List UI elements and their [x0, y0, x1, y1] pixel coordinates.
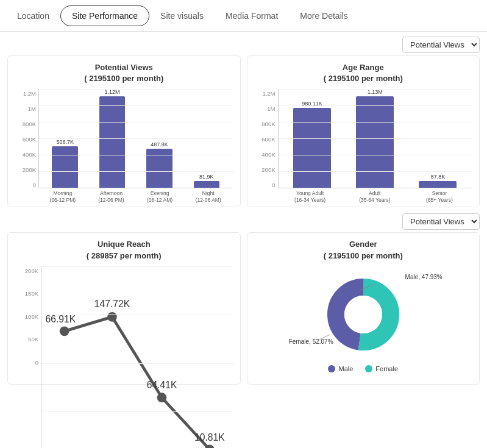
y-label: 1M	[28, 105, 36, 112]
gender-chart: Gender ( 2195100 per month)	[247, 232, 480, 384]
y-label: 1.2M	[23, 90, 36, 97]
bar-senior	[419, 181, 457, 188]
tab-media-format[interactable]: Media Format	[215, 6, 289, 26]
svg-line-1	[318, 335, 330, 341]
age-range-title: Age Range ( 2195100 per month)	[255, 62, 472, 84]
bar-group-afternoon: 1.12M	[88, 89, 135, 188]
navigation: Location Site Performance Site visuals M…	[0, 0, 487, 32]
bar-morning	[52, 146, 78, 188]
x-label-young-adult: Young Adult(16-34 Years)	[278, 190, 343, 202]
unique-reach-chart: Unique Reach ( 289857 per month) 200K 15…	[7, 232, 241, 384]
bar-group-evening: 487.8K	[136, 89, 183, 188]
bar-afternoon	[99, 96, 126, 188]
tab-location[interactable]: Location	[6, 6, 60, 26]
point-label-afternoon: 147.72K	[94, 298, 130, 308]
donut-legend: Male Female	[328, 365, 398, 372]
dot-morning	[60, 326, 69, 336]
tab-more-details[interactable]: More Details	[289, 6, 359, 26]
gender-title: Gender ( 2195100 per month)	[255, 239, 472, 261]
y-label: 800K	[23, 121, 36, 127]
y-label: 400K	[23, 151, 36, 158]
bottom-potential-views-dropdown[interactable]: Potential Views Unique Reach	[402, 213, 480, 230]
bar-group-morning: 506.7K	[41, 89, 88, 188]
bar-young-adult	[293, 108, 331, 188]
y-label: 600K	[23, 136, 36, 143]
connector-lines	[302, 269, 424, 360]
line-chart-svg: 66.91K 147.72K 64.41K 10.81K	[41, 266, 233, 448]
bottom-charts-grid: Unique Reach ( 289857 per month) 200K 15…	[7, 232, 480, 384]
unique-reach-title: Unique Reach ( 289857 per month)	[15, 239, 233, 261]
bar-group-young-adult: 980.11K	[281, 89, 344, 188]
bar-adult	[356, 96, 394, 188]
legend-male-dot	[328, 365, 335, 372]
bottom-dropdown-row: Potential Views Unique Reach	[7, 213, 480, 230]
x-label-adult: Adult(35-64 Years)	[343, 190, 407, 202]
age-range-chart: Age Range ( 2195100 per month) 1.2M 1M 8…	[247, 55, 480, 207]
tab-site-performance[interactable]: Site Performance	[60, 5, 149, 26]
bar-group-adult: 1.13M	[344, 89, 407, 188]
top-potential-views-dropdown[interactable]: Potential Views Unique Reach	[402, 37, 480, 53]
legend-female-dot	[365, 365, 372, 372]
potential-views-title: Potential Views ( 2195100 per month)	[15, 62, 233, 84]
bar-group-night: 81.9K	[183, 89, 230, 188]
point-label-night: 10.81K	[194, 432, 225, 442]
bar-evening	[146, 149, 172, 188]
x-label-night: Night(12-06 AM)	[184, 190, 233, 202]
bar-night	[194, 181, 220, 188]
x-label-senior: Senior(65+ Years)	[407, 190, 472, 202]
top-charts-grid: Potential Views ( 2195100 per month) 1.2…	[7, 55, 480, 207]
point-label-evening: 64.41K	[147, 380, 177, 390]
top-dropdown-row: Potential Views Unique Reach	[7, 37, 480, 53]
dot-evening	[157, 393, 167, 402]
point-label-morning: 66.91K	[46, 314, 76, 324]
y-label: 200K	[23, 166, 36, 173]
tab-site-visuals[interactable]: Site visuals	[149, 6, 215, 26]
x-label-evening: Evening(06-12 AM)	[135, 190, 184, 202]
x-label-morning: Morning(06-12 PM)	[38, 190, 87, 202]
svg-line-0	[360, 284, 375, 290]
dot-afternoon	[107, 312, 117, 322]
legend-male: Male	[328, 365, 353, 372]
y-label: 0	[33, 182, 36, 188]
bar-group-senior: 87.8K	[407, 89, 469, 188]
main-content: Potential Views Unique Reach Potential V…	[0, 32, 487, 389]
x-label-afternoon: Afternoon(12-06 PM)	[87, 190, 136, 202]
potential-views-chart: Potential Views ( 2195100 per month) 1.2…	[7, 55, 241, 207]
legend-female: Female	[365, 365, 398, 372]
